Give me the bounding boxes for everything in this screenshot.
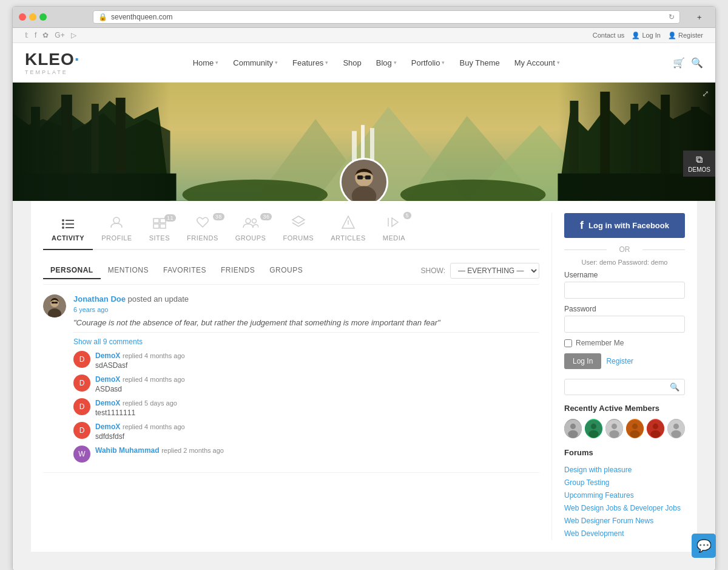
cart-icon[interactable]: 🛒: [673, 57, 685, 69]
comment-5-action: replied: [161, 447, 183, 454]
tab-articles[interactable]: ARTICLES: [322, 213, 374, 244]
facebook-login-button[interactable]: f Log in with Facebook: [564, 213, 685, 238]
remember-checkbox[interactable]: [564, 339, 572, 347]
main-post-username[interactable]: Jonathan Doe: [73, 294, 126, 304]
subtab-friends[interactable]: FRIENDS: [214, 262, 262, 279]
remember-label: Remember Me: [576, 339, 624, 347]
tab-profile-label: PROFILE: [101, 234, 132, 242]
comment-2-text: ASDasd: [95, 385, 539, 393]
comment-2-time: 4 months ago: [144, 376, 185, 383]
nav-blog[interactable]: Blog ▾: [370, 53, 403, 72]
subtab-favorites[interactable]: FAVORITES: [156, 262, 214, 279]
comment-4-action: replied: [123, 423, 144, 430]
svg-rect-22: [13, 83, 170, 201]
forum-link-4[interactable]: Web Design Jobs & Developer Jobs: [564, 504, 681, 512]
nav-buytheme[interactable]: Buy Theme: [453, 53, 505, 72]
corner-expand-icon[interactable]: ⤢: [702, 89, 709, 98]
member-avatar-1[interactable]: [564, 419, 582, 438]
tab-profile[interactable]: PROFILE: [93, 213, 141, 244]
svg-point-43: [246, 219, 251, 223]
comment-5-username[interactable]: Wahib Muhammad: [95, 446, 160, 455]
facebook-icon[interactable]: f: [35, 31, 36, 39]
member-avatar-5[interactable]: [647, 419, 664, 438]
comment-1-avatar[interactable]: D: [73, 351, 90, 368]
chat-button[interactable]: 💬: [692, 534, 716, 558]
show-comments-link[interactable]: Show all 9 comments: [73, 338, 539, 346]
nav-home[interactable]: Home ▾: [187, 53, 225, 72]
maximize-dot[interactable]: [39, 13, 47, 21]
tab-media[interactable]: 5 MEDIA: [374, 213, 414, 244]
browser-titlebar: 🔒 seventhqueen.com ↻ +: [13, 7, 715, 27]
hero-avatar[interactable]: [340, 158, 388, 201]
svg-point-44: [252, 219, 257, 223]
tab-friends[interactable]: 38 FRIENDS: [178, 214, 227, 244]
forum-item-4: Web Design Jobs & Developer Jobs: [564, 501, 685, 514]
right-sidebar: f Log in with Facebook OR User: demo Pas…: [551, 213, 685, 540]
nav-shop[interactable]: Shop: [337, 53, 367, 72]
sidebar-search-input[interactable]: [570, 382, 670, 392]
comment-4-username[interactable]: DemoX: [95, 422, 120, 431]
search-icon[interactable]: 🔍: [691, 57, 703, 69]
main-post-avatar[interactable]: [43, 294, 66, 317]
forum-link-1[interactable]: Design with pleasure: [564, 466, 632, 474]
login-button[interactable]: Log In: [564, 353, 601, 369]
everything-filter[interactable]: — EVERYTHING — Updates Comments: [450, 263, 539, 279]
utility-right: Contact us 👤 Log In 👤 Register: [593, 32, 703, 39]
minimize-dot[interactable]: [29, 13, 36, 21]
forum-link-6[interactable]: Web Development: [564, 529, 624, 538]
forum-link-2[interactable]: Group Testing: [564, 478, 610, 487]
address-bar[interactable]: 🔒 seventhqueen.com ↻: [93, 10, 680, 24]
url-text: seventhqueen.com: [111, 13, 172, 21]
forum-link-3[interactable]: Upcomming Features: [564, 491, 634, 500]
tab-activity[interactable]: ACTIVITY: [43, 215, 93, 244]
comment-4-avatar[interactable]: D: [73, 422, 90, 439]
svg-point-60: [588, 430, 598, 438]
comment-3-avatar[interactable]: D: [73, 398, 90, 415]
subtab-groups[interactable]: GROUPS: [262, 262, 310, 279]
member-avatar-4[interactable]: [626, 419, 644, 438]
comment-5-avatar[interactable]: W: [73, 446, 90, 463]
main-post-body: Jonathan Doe posted an update 6 years ag…: [73, 294, 539, 463]
instagram-icon[interactable]: ✿: [42, 31, 49, 39]
username-input[interactable]: [564, 282, 685, 299]
nav-myaccount[interactable]: My Account ▾: [508, 53, 566, 72]
nav-portfolio[interactable]: Portfolio ▾: [405, 53, 451, 72]
chat-icon: 💬: [696, 538, 712, 553]
subtab-mentions[interactable]: MENTIONS: [101, 262, 156, 279]
main-post-time[interactable]: 6 years ago: [73, 306, 539, 313]
register-link[interactable]: 👤 Register: [668, 32, 703, 39]
browser-add-tab[interactable]: +: [697, 13, 709, 22]
comment-2-avatar[interactable]: D: [73, 375, 90, 392]
member-avatar-2[interactable]: [585, 419, 602, 438]
nav-community[interactable]: Community ▾: [227, 53, 284, 72]
youtube-icon[interactable]: ▷: [71, 31, 76, 39]
close-dot[interactable]: [19, 13, 26, 21]
member-avatar-6[interactable]: [667, 419, 685, 438]
nav-features[interactable]: Features ▾: [286, 53, 334, 72]
subtab-personal[interactable]: PERSONAL: [43, 262, 101, 279]
demos-button[interactable]: ⧉ DEMOS: [683, 151, 715, 177]
tab-sites[interactable]: 11 SITES: [141, 215, 178, 244]
login-link[interactable]: 👤 Log In: [632, 32, 661, 39]
svg-marker-48: [392, 218, 398, 226]
tab-forums[interactable]: FORUMS: [274, 213, 322, 244]
member-avatar-3[interactable]: [605, 419, 623, 438]
media-icon: [387, 215, 400, 232]
comment-2-username[interactable]: DemoX: [95, 375, 120, 384]
svg-rect-37: [66, 227, 74, 228]
twitter-icon[interactable]: 𝕥: [25, 31, 29, 39]
tab-groups[interactable]: 36 GROUPS: [227, 214, 275, 244]
social-icons: 𝕥 f ✿ G+ ▷: [25, 31, 76, 39]
browser-chrome: 🔒 seventhqueen.com ↻ +: [13, 7, 715, 28]
svg-point-34: [62, 223, 64, 225]
comment-3-username[interactable]: DemoX: [95, 399, 120, 407]
profile-icon: [110, 215, 123, 232]
forum-link-5[interactable]: Web Designer Forum News: [564, 517, 653, 525]
password-input[interactable]: [564, 316, 685, 333]
contact-link[interactable]: Contact us: [593, 32, 625, 39]
comment-1-username[interactable]: DemoX: [95, 351, 120, 360]
googleplus-icon[interactable]: G+: [55, 31, 64, 39]
reload-icon[interactable]: ↻: [669, 13, 675, 21]
tab-activity-label: ACTIVITY: [52, 234, 84, 242]
register-link[interactable]: Register: [606, 353, 633, 369]
